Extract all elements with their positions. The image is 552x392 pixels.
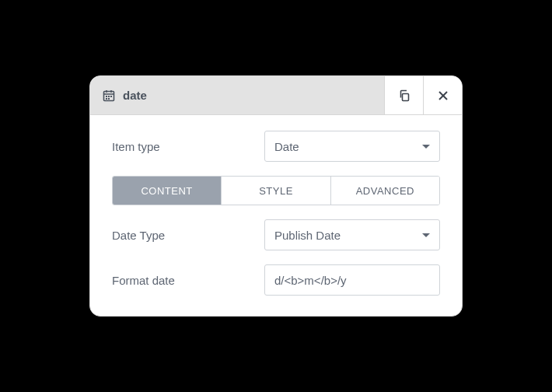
titlebar: date	[90, 76, 462, 115]
tab-advanced[interactable]: ADVANCED	[330, 177, 439, 205]
date-type-select[interactable]: Publish Date	[264, 219, 440, 250]
svg-rect-5	[108, 96, 110, 97]
item-type-label: Item type	[112, 140, 252, 153]
tabs: CONTENT STYLE ADVANCED	[112, 176, 440, 205]
tab-content[interactable]: CONTENT	[113, 177, 221, 205]
close-icon	[438, 90, 449, 101]
copy-icon	[398, 89, 411, 102]
date-type-row: Date Type Publish Date	[112, 219, 440, 250]
title-area: date	[90, 76, 384, 114]
svg-rect-6	[110, 96, 112, 97]
format-date-label: Format date	[112, 274, 252, 287]
panel-title: date	[123, 89, 147, 102]
format-date-input[interactable]	[264, 264, 440, 296]
calendar-icon	[103, 89, 115, 102]
date-type-label: Date Type	[112, 229, 252, 242]
item-type-select[interactable]: Date	[264, 131, 440, 162]
chevron-down-icon	[422, 233, 430, 237]
close-button[interactable]	[423, 76, 462, 114]
settings-panel: date Item type Date	[89, 75, 463, 317]
panel-body: Item type Date CONTENT STYLE ADVANCED Da…	[90, 115, 462, 316]
svg-rect-9	[402, 93, 408, 100]
svg-rect-8	[108, 98, 110, 100]
date-type-value: Publish Date	[274, 229, 341, 242]
svg-rect-4	[106, 96, 107, 97]
chevron-down-icon	[422, 145, 430, 149]
tab-style[interactable]: STYLE	[221, 177, 330, 205]
item-type-row: Item type Date	[112, 131, 440, 162]
svg-rect-7	[106, 98, 107, 100]
item-type-value: Date	[274, 140, 299, 153]
format-date-row: Format date	[112, 264, 440, 296]
copy-button[interactable]	[384, 76, 423, 114]
